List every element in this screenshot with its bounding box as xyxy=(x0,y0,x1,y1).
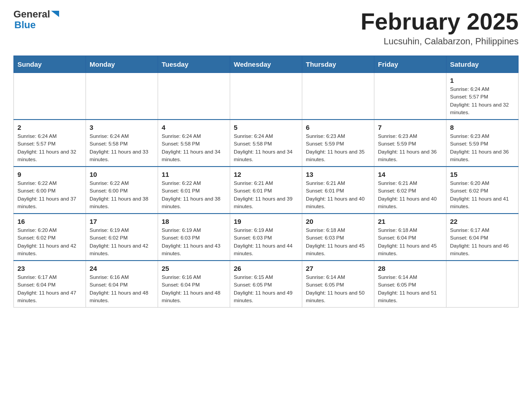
day-number: 19 xyxy=(234,218,298,225)
calendar-cell: 2Sunrise: 6:24 AMSunset: 5:57 PMDaylight… xyxy=(14,120,86,167)
calendar-cell: 19Sunrise: 6:19 AMSunset: 6:03 PMDayligh… xyxy=(230,214,302,261)
day-info: Sunrise: 6:23 AMSunset: 5:59 PMDaylight:… xyxy=(378,133,442,163)
day-info: Sunrise: 6:22 AMSunset: 6:00 PMDaylight:… xyxy=(17,180,82,210)
day-number: 25 xyxy=(162,265,226,272)
calendar-cell: 13Sunrise: 6:21 AMSunset: 6:01 PMDayligh… xyxy=(302,167,374,214)
calendar-cell: 10Sunrise: 6:22 AMSunset: 6:00 PMDayligh… xyxy=(86,167,158,214)
calendar-header-row: SundayMondayTuesdayWednesdayThursdayFrid… xyxy=(14,56,519,73)
day-number: 9 xyxy=(17,171,82,178)
day-number: 3 xyxy=(90,124,154,131)
day-number: 7 xyxy=(378,124,442,131)
calendar-week-row: 16Sunrise: 6:20 AMSunset: 6:02 PMDayligh… xyxy=(14,214,519,261)
calendar-cell: 5Sunrise: 6:24 AMSunset: 5:58 PMDaylight… xyxy=(230,120,302,167)
day-info: Sunrise: 6:18 AMSunset: 6:04 PMDaylight:… xyxy=(378,227,442,257)
day-info: Sunrise: 6:16 AMSunset: 6:04 PMDaylight:… xyxy=(90,274,154,304)
calendar-cell: 24Sunrise: 6:16 AMSunset: 6:04 PMDayligh… xyxy=(86,261,158,308)
calendar-cell: 11Sunrise: 6:22 AMSunset: 6:01 PMDayligh… xyxy=(158,167,230,214)
day-info: Sunrise: 6:24 AMSunset: 5:58 PMDaylight:… xyxy=(90,133,154,163)
day-number: 1 xyxy=(450,77,515,84)
day-number: 10 xyxy=(90,171,154,178)
calendar-cell: 8Sunrise: 6:23 AMSunset: 5:59 PMDaylight… xyxy=(446,120,519,167)
location-subtitle: Lucsuhin, Calabarzon, Philippines xyxy=(360,36,519,47)
col-header-friday: Friday xyxy=(374,56,446,73)
col-header-wednesday: Wednesday xyxy=(230,56,302,73)
day-number: 22 xyxy=(450,218,515,225)
calendar-cell: 27Sunrise: 6:14 AMSunset: 6:05 PMDayligh… xyxy=(302,261,374,308)
day-number: 24 xyxy=(90,265,154,272)
day-number: 2 xyxy=(17,124,82,131)
logo: General Blue xyxy=(13,9,61,30)
day-number: 6 xyxy=(306,124,370,131)
calendar-cell: 17Sunrise: 6:19 AMSunset: 6:02 PMDayligh… xyxy=(86,214,158,261)
day-info: Sunrise: 6:24 AMSunset: 5:57 PMDaylight:… xyxy=(17,133,82,163)
day-info: Sunrise: 6:23 AMSunset: 5:59 PMDaylight:… xyxy=(306,133,370,163)
day-info: Sunrise: 6:20 AMSunset: 6:02 PMDaylight:… xyxy=(17,227,82,257)
day-info: Sunrise: 6:24 AMSunset: 5:57 PMDaylight:… xyxy=(450,86,515,116)
page-header: General Blue February 2025 Lucsuhin, Cal… xyxy=(13,9,519,47)
col-header-tuesday: Tuesday xyxy=(158,56,230,73)
col-header-sunday: Sunday xyxy=(14,56,86,73)
calendar-cell xyxy=(446,261,519,308)
day-info: Sunrise: 6:15 AMSunset: 6:05 PMDaylight:… xyxy=(234,274,298,304)
calendar-cell: 25Sunrise: 6:16 AMSunset: 6:04 PMDayligh… xyxy=(158,261,230,308)
day-number: 14 xyxy=(378,171,442,178)
calendar-cell: 3Sunrise: 6:24 AMSunset: 5:58 PMDaylight… xyxy=(86,120,158,167)
calendar-cell xyxy=(86,73,158,120)
calendar-cell: 18Sunrise: 6:19 AMSunset: 6:03 PMDayligh… xyxy=(158,214,230,261)
calendar-cell xyxy=(374,73,446,120)
day-info: Sunrise: 6:19 AMSunset: 6:02 PMDaylight:… xyxy=(90,227,154,257)
day-info: Sunrise: 6:24 AMSunset: 5:58 PMDaylight:… xyxy=(162,133,226,163)
calendar-cell: 12Sunrise: 6:21 AMSunset: 6:01 PMDayligh… xyxy=(230,167,302,214)
day-number: 27 xyxy=(306,265,370,272)
day-number: 26 xyxy=(234,265,298,272)
calendar-cell: 28Sunrise: 6:14 AMSunset: 6:05 PMDayligh… xyxy=(374,261,446,308)
day-number: 5 xyxy=(234,124,298,131)
day-info: Sunrise: 6:19 AMSunset: 6:03 PMDaylight:… xyxy=(162,227,226,257)
calendar-cell: 21Sunrise: 6:18 AMSunset: 6:04 PMDayligh… xyxy=(374,214,446,261)
day-info: Sunrise: 6:20 AMSunset: 6:02 PMDaylight:… xyxy=(450,180,515,210)
day-number: 20 xyxy=(306,218,370,225)
day-number: 11 xyxy=(162,171,226,178)
day-number: 13 xyxy=(306,171,370,178)
calendar-week-row: 2Sunrise: 6:24 AMSunset: 5:57 PMDaylight… xyxy=(14,120,519,167)
calendar-cell xyxy=(158,73,230,120)
calendar-cell xyxy=(14,73,86,120)
calendar-cell: 14Sunrise: 6:21 AMSunset: 6:02 PMDayligh… xyxy=(374,167,446,214)
col-header-monday: Monday xyxy=(86,56,158,73)
calendar-cell: 16Sunrise: 6:20 AMSunset: 6:02 PMDayligh… xyxy=(14,214,86,261)
day-info: Sunrise: 6:17 AMSunset: 6:04 PMDaylight:… xyxy=(17,274,82,304)
day-info: Sunrise: 6:18 AMSunset: 6:03 PMDaylight:… xyxy=(306,227,370,257)
day-number: 8 xyxy=(450,124,515,131)
calendar-cell xyxy=(230,73,302,120)
day-info: Sunrise: 6:14 AMSunset: 6:05 PMDaylight:… xyxy=(378,274,442,304)
title-area: February 2025 Lucsuhin, Calabarzon, Phil… xyxy=(360,9,519,47)
calendar-week-row: 9Sunrise: 6:22 AMSunset: 6:00 PMDaylight… xyxy=(14,167,519,214)
calendar-table: SundayMondayTuesdayWednesdayThursdayFrid… xyxy=(13,56,519,308)
day-info: Sunrise: 6:21 AMSunset: 6:01 PMDaylight:… xyxy=(234,180,298,210)
calendar-cell: 1Sunrise: 6:24 AMSunset: 5:57 PMDaylight… xyxy=(446,73,519,120)
calendar-cell: 22Sunrise: 6:17 AMSunset: 6:04 PMDayligh… xyxy=(446,214,519,261)
day-number: 17 xyxy=(90,218,154,225)
day-number: 23 xyxy=(17,265,82,272)
calendar-cell: 23Sunrise: 6:17 AMSunset: 6:04 PMDayligh… xyxy=(14,261,86,308)
col-header-thursday: Thursday xyxy=(302,56,374,73)
day-info: Sunrise: 6:21 AMSunset: 6:02 PMDaylight:… xyxy=(378,180,442,210)
day-info: Sunrise: 6:22 AMSunset: 6:00 PMDaylight:… xyxy=(90,180,154,210)
day-info: Sunrise: 6:19 AMSunset: 6:03 PMDaylight:… xyxy=(234,227,298,257)
calendar-cell: 6Sunrise: 6:23 AMSunset: 5:59 PMDaylight… xyxy=(302,120,374,167)
day-number: 28 xyxy=(378,265,442,272)
calendar-cell: 9Sunrise: 6:22 AMSunset: 6:00 PMDaylight… xyxy=(14,167,86,214)
logo-blue: Blue xyxy=(14,20,61,30)
col-header-saturday: Saturday xyxy=(446,56,519,73)
calendar-cell: 20Sunrise: 6:18 AMSunset: 6:03 PMDayligh… xyxy=(302,214,374,261)
day-number: 12 xyxy=(234,171,298,178)
calendar-cell xyxy=(302,73,374,120)
day-number: 21 xyxy=(378,218,442,225)
day-info: Sunrise: 6:16 AMSunset: 6:04 PMDaylight:… xyxy=(162,274,226,304)
day-number: 18 xyxy=(162,218,226,225)
calendar-cell: 15Sunrise: 6:20 AMSunset: 6:02 PMDayligh… xyxy=(446,167,519,214)
month-title: February 2025 xyxy=(360,9,519,34)
svg-marker-0 xyxy=(51,11,59,17)
day-info: Sunrise: 6:14 AMSunset: 6:05 PMDaylight:… xyxy=(306,274,370,304)
day-info: Sunrise: 6:17 AMSunset: 6:04 PMDaylight:… xyxy=(450,227,515,257)
